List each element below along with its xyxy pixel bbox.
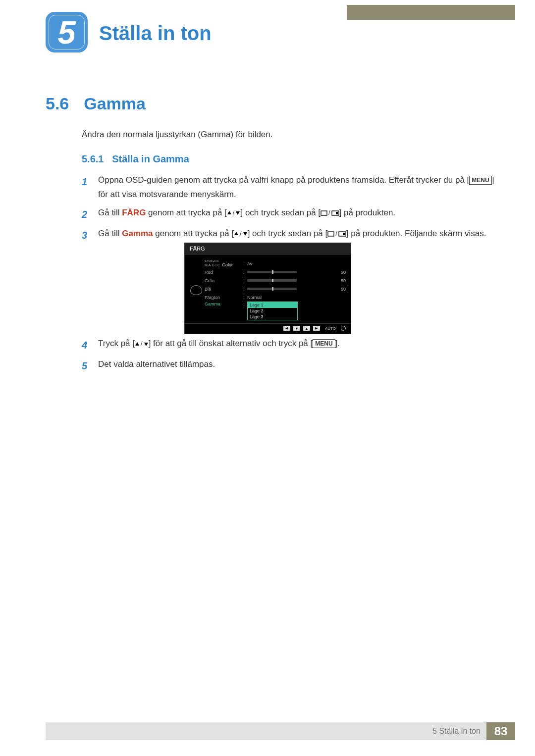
svg-marker-1 xyxy=(236,211,240,215)
header-accent-bar xyxy=(347,5,515,20)
up-down-icon: / xyxy=(234,228,248,239)
footer-text: 5 Ställa in ton xyxy=(432,727,486,736)
section-name: Gamma xyxy=(84,94,146,113)
step-text: Tryck på [/] för att gå till önskat alte… xyxy=(98,337,340,353)
svg-marker-0 xyxy=(227,211,231,214)
slider-blue xyxy=(247,288,297,290)
svg-rect-2 xyxy=(321,211,327,215)
auto-label: AUTO xyxy=(323,326,338,331)
step-number: 5 xyxy=(82,357,91,374)
step-4: 4 Tryck på [/] för att gå till önskat al… xyxy=(82,337,495,353)
osd-panel: FÄRG SAMSUNGMAGIC Color : Av Röd : 50 xyxy=(184,243,351,334)
step-number: 2 xyxy=(82,206,91,223)
slider-red xyxy=(247,271,297,273)
osd-row-blue: Blå : 50 xyxy=(205,285,346,293)
step-text: Gå till Gamma genom att trycka på [/] oc… xyxy=(98,227,486,244)
gamma-dropdown: Läge 1 Läge 2 Läge 3 xyxy=(247,302,298,320)
gamma-option-1: Läge 1 xyxy=(248,302,297,308)
menu-enter-icon: / xyxy=(321,207,339,218)
chapter-number-badge: 5 xyxy=(46,12,88,52)
svg-rect-7 xyxy=(328,232,334,236)
step-number: 1 xyxy=(82,173,91,202)
svg-marker-6 xyxy=(243,232,247,236)
steps-list-bottom: 4 Tryck på [/] för att gå till önskat al… xyxy=(82,337,495,378)
step-5: 5 Det valda alternativet tillämpas. xyxy=(82,357,495,374)
subsection-number: 5.6.1 xyxy=(82,153,104,164)
osd-row-gamma: Gamma : Läge 1 Läge 2 Läge 3 xyxy=(205,302,346,320)
osd-row-red: Röd : 50 xyxy=(205,268,346,276)
palette-icon xyxy=(190,259,203,320)
osd-title: FÄRG xyxy=(185,243,351,254)
osd-footer: ◀ ▼ ▲ ▶ AUTO xyxy=(185,323,351,334)
section-number: 5.6 xyxy=(46,94,69,113)
gamma-option-3: Läge 3 xyxy=(248,314,297,320)
nav-down-icon: ▼ xyxy=(293,326,300,331)
svg-marker-5 xyxy=(234,232,238,235)
osd-body: SAMSUNGMAGIC Color : Av Röd : 50 Grön : … xyxy=(185,254,351,323)
up-down-icon: / xyxy=(227,207,241,218)
chapter-title: Ställa in ton xyxy=(99,22,212,45)
step-text: Det valda alternativet tillämpas. xyxy=(98,357,215,374)
subsection-heading: 5.6.1 Ställa in Gamma xyxy=(82,153,189,165)
chapter-number: 5 xyxy=(57,14,75,51)
step-text: Öppna OSD-guiden genom att trycka på val… xyxy=(98,173,495,202)
svg-rect-9 xyxy=(343,233,345,235)
footer-bar: 5 Ställa in ton 83 xyxy=(46,722,515,740)
step-2: 2 Gå till FÄRG genom att trycka på [/] o… xyxy=(82,206,495,223)
menu-button-label: MENU xyxy=(469,176,491,185)
slider-green xyxy=(247,279,297,282)
step-number: 3 xyxy=(82,227,91,244)
menu-enter-icon: / xyxy=(327,228,346,239)
steps-list-top: 1 Öppna OSD-guiden genom att trycka på v… xyxy=(82,173,495,248)
up-down-icon: / xyxy=(135,338,149,349)
intro-text: Ändra den normala ljusstyrkan (Gamma) fö… xyxy=(82,128,495,141)
svg-marker-11 xyxy=(144,343,148,346)
power-icon xyxy=(341,326,346,331)
step-1: 1 Öppna OSD-guiden genom att trycka på v… xyxy=(82,173,495,202)
svg-marker-10 xyxy=(135,342,139,346)
subsection-name: Ställa in Gamma xyxy=(112,153,189,164)
osd-rows: SAMSUNGMAGIC Color : Av Röd : 50 Grön : … xyxy=(205,259,346,320)
section-heading: 5.6 Gamma xyxy=(46,94,146,113)
menu-button-label: MENU xyxy=(313,339,335,348)
step-text: Gå till FÄRG genom att trycka på [/] och… xyxy=(98,206,395,223)
step-number: 4 xyxy=(82,337,91,353)
gamma-keyword: Gamma xyxy=(122,229,153,238)
gamma-option-2: Läge 2 xyxy=(248,308,297,314)
step-3: 3 Gå till Gamma genom att trycka på [/] … xyxy=(82,227,495,244)
osd-row-green: Grön : 50 xyxy=(205,276,346,285)
osd-row-magic-color: SAMSUNGMAGIC Color : Av xyxy=(205,259,346,268)
nav-enter-icon: ▶ xyxy=(313,326,320,331)
color-keyword: FÄRG xyxy=(122,208,146,217)
nav-left-icon: ◀ xyxy=(283,326,290,331)
nav-up-icon: ▲ xyxy=(303,326,310,331)
page-number: 83 xyxy=(486,722,515,740)
svg-rect-4 xyxy=(336,212,338,214)
osd-row-tone: Färgton : Normal xyxy=(205,293,346,302)
